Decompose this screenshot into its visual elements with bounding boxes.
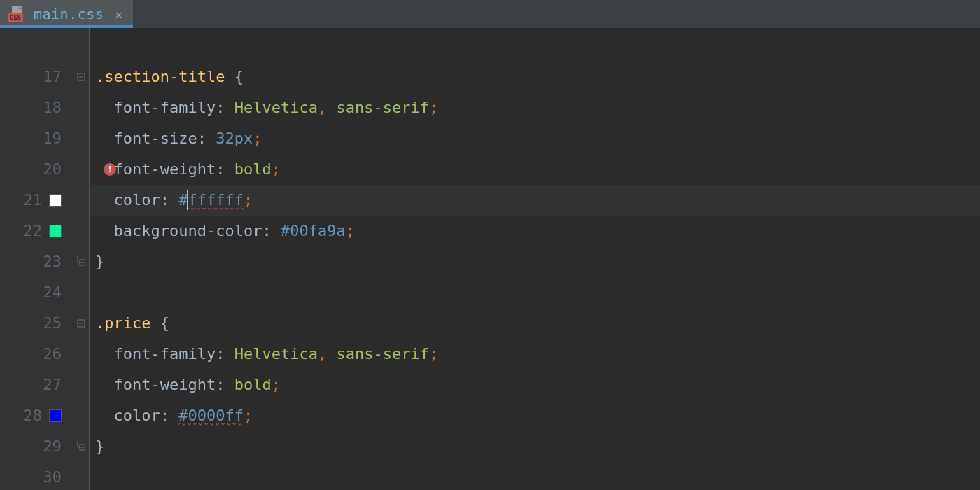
gutter-row[interactable]: 20!	[0, 154, 73, 185]
code-token: {	[160, 314, 169, 332]
gutter-row[interactable]: 18	[0, 92, 73, 123]
code-token: :	[216, 160, 234, 178]
code-token: font-weight	[114, 160, 216, 178]
line-number: 19	[41, 123, 62, 154]
code-token: }	[95, 438, 104, 455]
fold-toggle-icon[interactable]	[73, 308, 89, 339]
code-token: ,	[318, 99, 337, 116]
code-line[interactable]: background-color: #00fa9a;	[90, 216, 980, 246]
gutter[interactable]: 17181920!21222324252627282930	[0, 28, 73, 490]
color-swatch[interactable]	[49, 410, 62, 422]
code-line[interactable]	[90, 277, 980, 308]
code-line[interactable]: font-family: Helvetica, sans-serif;	[90, 339, 980, 370]
code-token: font-weight	[114, 376, 216, 393]
tab-filename: main.css	[34, 6, 104, 22]
fold-column[interactable]	[73, 28, 90, 490]
code-token: :	[216, 99, 234, 116]
error-icon[interactable]: !	[104, 163, 116, 176]
editor: 17181920!21222324252627282930 .section-t…	[0, 28, 980, 490]
code-token: :	[160, 407, 179, 424]
line-number: 20	[41, 154, 62, 185]
gutter-row[interactable]: 25	[0, 308, 73, 339]
code-token: font-size	[114, 130, 197, 147]
code-line[interactable]: color: #0000ff;	[90, 400, 980, 431]
fold-cell	[73, 154, 89, 185]
code-line[interactable]	[90, 462, 980, 490]
color-swatch[interactable]	[49, 225, 62, 237]
gutter-row[interactable]: 29	[0, 431, 73, 462]
code-area[interactable]: .section-title { font-family: Helvetica,…	[90, 28, 980, 490]
tab-bar: CSS main.css ✕	[0, 0, 980, 28]
line-number: 22	[21, 216, 42, 246]
code-token: color	[114, 407, 160, 424]
gutter-row[interactable]: 22	[0, 216, 73, 246]
line-number: 18	[41, 92, 62, 123]
code-line[interactable]: font-family: Helvetica, sans-serif;	[90, 92, 980, 123]
code-line[interactable]: color: #ffffff;	[90, 185, 980, 216]
code-line[interactable]: font-weight: bold;	[90, 370, 980, 400]
fold-cell	[73, 400, 89, 431]
code-token: ffffff	[188, 191, 243, 210]
code-token: font-family	[114, 99, 216, 116]
code-token	[95, 345, 114, 363]
gutter-row[interactable]: 17	[0, 62, 73, 92]
code-token: .price	[95, 314, 160, 332]
gutter-row[interactable]: 26	[0, 339, 73, 370]
code-line[interactable]: }	[90, 431, 980, 462]
text-caret	[187, 190, 188, 210]
fold-cell	[73, 216, 89, 246]
gutter-row[interactable]	[0, 31, 73, 62]
code-token: {	[234, 68, 244, 85]
code-token: #0000ff	[178, 407, 244, 426]
fold-cell	[73, 92, 89, 123]
code-token: Helvetica	[234, 99, 318, 116]
code-line[interactable]: font-size: 32px;	[90, 123, 980, 154]
code-token: background-color	[114, 222, 262, 239]
line-number: 21	[21, 185, 42, 216]
code-token: :	[216, 376, 234, 393]
fold-toggle-icon[interactable]	[73, 62, 89, 92]
gutter-row[interactable]: 19	[0, 123, 73, 154]
line-number: 25	[41, 308, 62, 339]
code-line[interactable]: .price {	[90, 308, 980, 339]
code-token: bold	[234, 376, 272, 393]
line-number: 28	[21, 400, 42, 431]
svg-text:CSS: CSS	[10, 14, 21, 21]
code-token	[95, 130, 114, 147]
css-file-icon: CSS	[7, 6, 27, 22]
code-token: bold	[234, 160, 272, 178]
code-token: :	[262, 222, 281, 239]
gutter-row[interactable]: 27	[0, 370, 73, 400]
fold-cell	[73, 277, 89, 308]
fold-toggle-icon[interactable]	[73, 431, 89, 462]
close-icon[interactable]: ✕	[115, 7, 122, 22]
gutter-row[interactable]: 21	[0, 185, 73, 216]
line-number: 27	[41, 370, 62, 400]
code-token: }	[95, 253, 104, 270]
fold-cell	[73, 123, 89, 154]
code-token: :	[160, 191, 179, 209]
code-line[interactable]	[90, 31, 980, 62]
fold-cell	[73, 462, 89, 490]
line-number: 30	[41, 462, 62, 490]
code-line[interactable]: font-weight: bold;	[90, 154, 980, 185]
code-token: font-family	[114, 345, 216, 363]
code-token: :	[216, 345, 234, 363]
gutter-row[interactable]: 24	[0, 277, 73, 308]
color-swatch[interactable]	[49, 194, 62, 206]
line-number: 24	[41, 277, 62, 308]
gutter-row[interactable]: 28	[0, 400, 73, 431]
code-line[interactable]: }	[90, 246, 980, 277]
code-token: ,	[318, 345, 337, 363]
code-token: sans-serif	[336, 345, 428, 363]
code-token: :	[197, 130, 216, 147]
gutter-row[interactable]: 30	[0, 462, 73, 490]
code-line[interactable]: .section-title {	[90, 62, 980, 92]
tab-main-css[interactable]: CSS main.css ✕	[0, 0, 133, 28]
code-token: ;	[429, 99, 438, 116]
fold-toggle-icon[interactable]	[73, 246, 89, 277]
gutter-row[interactable]: 23	[0, 246, 73, 277]
fold-cell	[73, 31, 89, 62]
line-number: 23	[41, 246, 62, 277]
code-token	[95, 99, 114, 116]
